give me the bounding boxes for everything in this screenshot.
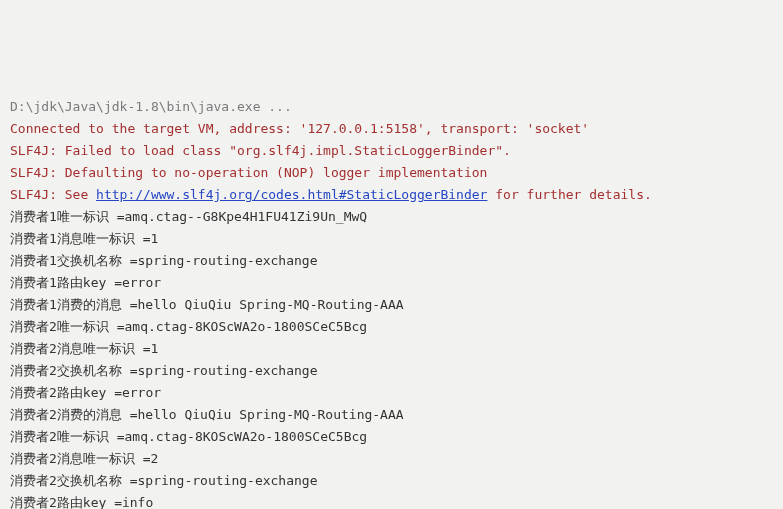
console-line: 消费者2唯一标识 =amq.ctag-8KOScWA2o-1800SCeC5Bc…	[10, 426, 773, 448]
slf4j-docs-link[interactable]: http://www.slf4j.org/codes.html#StaticLo…	[96, 187, 487, 202]
console-line: 消费者2唯一标识 =amq.ctag-8KOScWA2o-1800SCeC5Bc…	[10, 316, 773, 338]
console-line: 消费者1交换机名称 =spring-routing-exchange	[10, 250, 773, 272]
console-text: SLF4J: Failed to load class "org.slf4j.i…	[10, 143, 511, 158]
console-line: SLF4J: Defaulting to no-operation (NOP) …	[10, 162, 773, 184]
console-line: 消费者1消息唯一标识 =1	[10, 228, 773, 250]
console-text: for further details.	[487, 187, 651, 202]
console-line: SLF4J: See http://www.slf4j.org/codes.ht…	[10, 184, 773, 206]
console-text: 消费者2交换机名称 =spring-routing-exchange	[10, 363, 318, 378]
console-text: D:\jdk\Java\jdk-1.8\bin\java.exe ...	[10, 99, 292, 114]
console-line: 消费者2消费的消息 =hello QiuQiu Spring-MQ-Routin…	[10, 404, 773, 426]
console-text: 消费者1路由key =error	[10, 275, 161, 290]
console-line: D:\jdk\Java\jdk-1.8\bin\java.exe ...	[10, 96, 773, 118]
console-line: 消费者2路由key =error	[10, 382, 773, 404]
console-text: 消费者2唯一标识 =amq.ctag-8KOScWA2o-1800SCeC5Bc…	[10, 319, 367, 334]
console-text: 消费者1唯一标识 =amq.ctag--G8Kpe4H1FU41Zi9Un_Mw…	[10, 209, 367, 224]
console-text: 消费者1消费的消息 =hello QiuQiu Spring-MQ-Routin…	[10, 297, 404, 312]
console-line: 消费者2交换机名称 =spring-routing-exchange	[10, 360, 773, 382]
console-text: 消费者1交换机名称 =spring-routing-exchange	[10, 253, 318, 268]
console-line: 消费者2路由key =info	[10, 492, 773, 509]
console-text: 消费者1消息唯一标识 =1	[10, 231, 158, 246]
console-text: 消费者2消费的消息 =hello QiuQiu Spring-MQ-Routin…	[10, 407, 404, 422]
console-line: 消费者1消费的消息 =hello QiuQiu Spring-MQ-Routin…	[10, 294, 773, 316]
console-line: 消费者1路由key =error	[10, 272, 773, 294]
console-line: 消费者1唯一标识 =amq.ctag--G8Kpe4H1FU41Zi9Un_Mw…	[10, 206, 773, 228]
console-text: 消费者2路由key =info	[10, 495, 153, 509]
console-line: 消费者2交换机名称 =spring-routing-exchange	[10, 470, 773, 492]
console-text: 消费者2消息唯一标识 =1	[10, 341, 158, 356]
console-text: 消费者2路由key =error	[10, 385, 161, 400]
console-line: Connected to the target VM, address: '12…	[10, 118, 773, 140]
console-line: SLF4J: Failed to load class "org.slf4j.i…	[10, 140, 773, 162]
console-text: 消费者2消息唯一标识 =2	[10, 451, 158, 466]
console-text: 消费者2唯一标识 =amq.ctag-8KOScWA2o-1800SCeC5Bc…	[10, 429, 367, 444]
console-text: SLF4J: See	[10, 187, 96, 202]
console-text: SLF4J: Defaulting to no-operation (NOP) …	[10, 165, 487, 180]
console-text: 消费者2交换机名称 =spring-routing-exchange	[10, 473, 318, 488]
console-line: 消费者2消息唯一标识 =1	[10, 338, 773, 360]
console-output: D:\jdk\Java\jdk-1.8\bin\java.exe ...Conn…	[10, 96, 773, 509]
console-text: Connected to the target VM, address: '12…	[10, 121, 589, 136]
console-line: 消费者2消息唯一标识 =2	[10, 448, 773, 470]
